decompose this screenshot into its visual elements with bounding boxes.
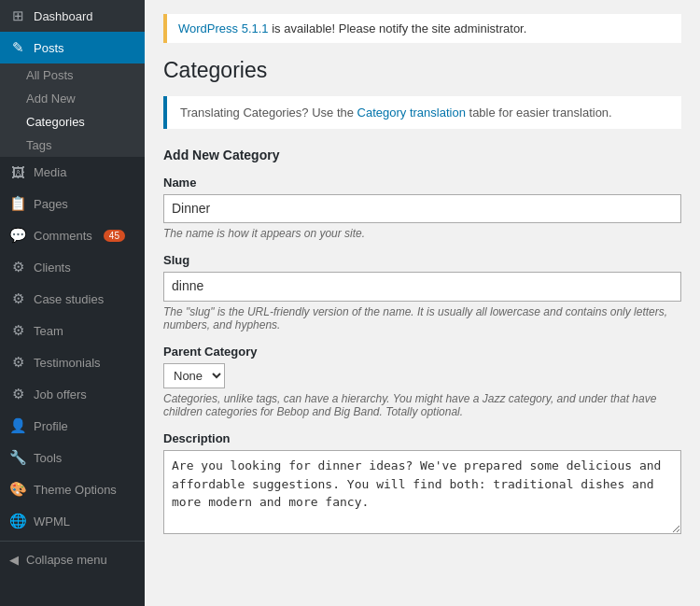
notice-text: is available! Please notify the site adm… (269, 21, 527, 35)
sidebar-item-label: Pages (34, 197, 68, 211)
sidebar-item-label: Profile (34, 419, 68, 433)
tools-icon: 🔧 (9, 449, 26, 466)
category-translation-link[interactable]: Category translation (357, 106, 466, 120)
collapse-label: Collapse menu (26, 553, 107, 567)
profile-icon: 👤 (9, 417, 26, 434)
comments-badge: 45 (104, 230, 125, 242)
clients-icon: ⚙ (9, 259, 26, 275)
sidebar-item-testimonials[interactable]: ⚙ Testimonials (0, 346, 145, 378)
sidebar-item-label: Dashboard (34, 9, 93, 23)
description-textarea[interactable]: Are you looking for dinner ideas? We've … (163, 450, 681, 534)
sidebar-item-all-posts[interactable]: All Posts (0, 63, 145, 87)
name-hint: The name is how it appears on your site. (163, 227, 681, 240)
sidebar-item-tags[interactable]: Tags (0, 134, 145, 157)
dashboard-icon: ⊞ (9, 7, 26, 24)
name-label: Name (163, 176, 681, 190)
update-notice: WordPress 5.1.1 is available! Please not… (163, 14, 681, 43)
wordpress-update-link[interactable]: WordPress 5.1.1 (178, 21, 269, 35)
sidebar-item-label: Posts (34, 41, 64, 55)
slug-label: Slug (163, 253, 681, 267)
comments-icon: 💬 (9, 227, 26, 244)
translation-info-box: Translating Categories? Use the Category… (163, 96, 681, 129)
name-field-group: Name The name is how it appears on your … (163, 176, 681, 241)
posts-icon: ✎ (9, 39, 26, 56)
sidebar-item-case-studies[interactable]: ⚙ Case studies (0, 283, 145, 315)
sidebar-item-label: Team (34, 324, 63, 338)
sidebar-item-pages[interactable]: 📋 Pages (0, 188, 145, 219)
parent-hint: Categories, unlike tags, can have a hier… (163, 392, 681, 418)
job-offers-icon: ⚙ (9, 386, 26, 402)
media-icon: 🖼 (9, 164, 26, 180)
theme-options-icon: 🎨 (9, 481, 26, 498)
sidebar-item-label: Media (34, 165, 66, 179)
parent-category-group: Parent Category None Categories, unlike … (163, 345, 681, 418)
sidebar-item-wpml[interactable]: 🌐 WPML (0, 505, 145, 537)
info-box-text-before: Translating Categories? Use the (180, 106, 357, 120)
parent-select[interactable]: None (163, 363, 225, 388)
sidebar: ⊞ Dashboard ✎ Posts All Posts Add New Ca… (0, 0, 145, 606)
sidebar-item-media[interactable]: 🖼 Media (0, 157, 145, 188)
posts-submenu: All Posts Add New Categories Tags (0, 63, 145, 157)
sidebar-item-label: Tools (34, 451, 62, 465)
slug-hint: The "slug" is the URL-friendly version o… (163, 305, 681, 331)
slug-input[interactable] (163, 272, 681, 302)
sidebar-item-tools[interactable]: 🔧 Tools (0, 442, 145, 473)
sidebar-item-label: Case studies (34, 292, 104, 306)
collapse-menu-button[interactable]: ◀ Collapse menu (0, 545, 145, 574)
sidebar-item-comments[interactable]: 💬 Comments 45 (0, 219, 145, 251)
sidebar-item-label: Clients (34, 261, 71, 275)
sidebar-item-label: Job offers (34, 388, 87, 402)
pages-icon: 📋 (9, 195, 26, 212)
sidebar-item-job-offers[interactable]: ⚙ Job offers (0, 378, 145, 410)
tags-label: Tags (26, 138, 51, 152)
sidebar-item-categories[interactable]: Categories (0, 110, 145, 134)
sidebar-item-add-new[interactable]: Add New (0, 87, 145, 110)
name-input[interactable] (163, 194, 681, 224)
description-label: Description (163, 431, 681, 445)
case-studies-icon: ⚙ (9, 290, 26, 307)
categories-label: Categories (26, 115, 85, 129)
all-posts-label: All Posts (26, 68, 74, 82)
info-box-text-after: table for easier translation. (466, 106, 612, 120)
sidebar-item-dashboard[interactable]: ⊞ Dashboard (0, 0, 145, 32)
sidebar-item-label: WPML (34, 514, 70, 528)
add-category-form: Add New Category Name The name is how it… (163, 148, 681, 537)
sidebar-item-posts[interactable]: ✎ Posts (0, 32, 145, 63)
sidebar-item-clients[interactable]: ⚙ Clients (0, 251, 145, 283)
sidebar-item-team[interactable]: ⚙ Team (0, 315, 145, 346)
sidebar-item-theme-options[interactable]: 🎨 Theme Options (0, 473, 145, 505)
form-section-title: Add New Category (163, 148, 681, 162)
sidebar-item-label: Theme Options (34, 483, 117, 497)
main-content: WordPress 5.1.1 is available! Please not… (145, 0, 700, 606)
add-new-label: Add New (26, 92, 76, 106)
wpml-icon: 🌐 (9, 513, 26, 529)
description-field-group: Description Are you looking for dinner i… (163, 431, 681, 537)
slug-field-group: Slug The "slug" is the URL-friendly vers… (163, 253, 681, 331)
testimonials-icon: ⚙ (9, 354, 26, 371)
sidebar-divider (0, 541, 145, 542)
page-title: Categories (163, 57, 681, 85)
sidebar-item-label: Comments (34, 229, 92, 243)
team-icon: ⚙ (9, 322, 26, 339)
sidebar-item-profile[interactable]: 👤 Profile (0, 410, 145, 442)
collapse-icon: ◀ (9, 553, 19, 567)
sidebar-item-label: Testimonials (34, 356, 101, 370)
parent-label: Parent Category (163, 345, 681, 359)
